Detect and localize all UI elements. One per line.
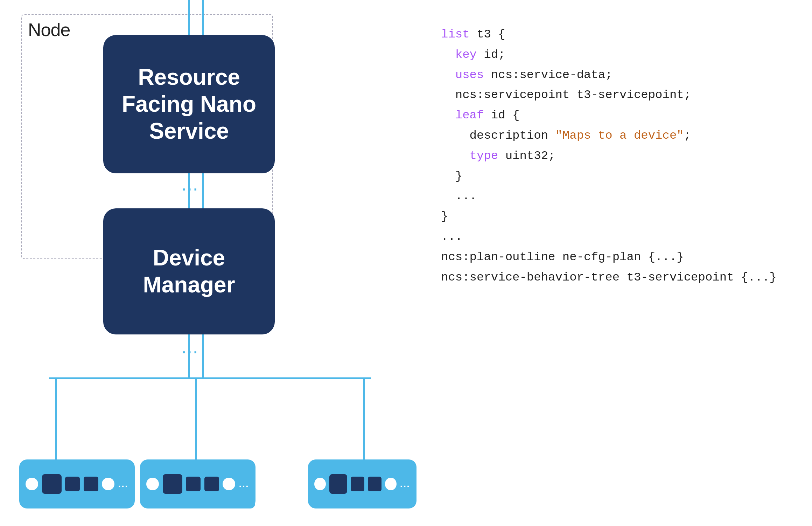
- dm-box: DeviceManager: [103, 208, 275, 334]
- rfns-label: ResourceFacing NanoService: [122, 64, 256, 144]
- code-line-10: }: [441, 207, 798, 227]
- device-square-sm: [351, 477, 364, 491]
- device-dot: [26, 478, 38, 490]
- code-line-5: leaf id {: [441, 105, 798, 126]
- device-square-sm: [368, 477, 382, 491]
- device-dot: [102, 478, 114, 490]
- device-3: ...: [140, 459, 255, 508]
- code-line-12: ncs:plan-outline ne-cfg-plan {...}: [441, 247, 798, 268]
- device-square-sm: [65, 477, 80, 491]
- device-4: ...: [308, 459, 416, 508]
- device-1: ...: [19, 459, 135, 508]
- device-square: [329, 474, 347, 494]
- device-dot: [146, 478, 159, 490]
- node-label: Node: [28, 19, 70, 40]
- device-dot: [223, 478, 235, 490]
- code-line-9: ...: [441, 186, 798, 207]
- code-line-13: ncs:service-behavior-tree t3-servicepoin…: [441, 268, 798, 288]
- rfns-box: ResourceFacing NanoService: [103, 35, 275, 173]
- dots-below: ...: [182, 341, 200, 357]
- device-square: [163, 474, 182, 494]
- device-ellipsis: ...: [118, 478, 128, 490]
- code-line-11: ...: [441, 227, 798, 247]
- code-line-6: description "Maps to a device";: [441, 126, 798, 146]
- dots-between: ...: [182, 179, 200, 194]
- diagram-area: Node ResourceFacing NanoService ... Devi…: [0, 0, 406, 526]
- device-ellipsis: ...: [239, 478, 249, 490]
- device-square-sm: [186, 477, 201, 491]
- device-square-sm: [84, 477, 98, 491]
- device-dot: [385, 478, 397, 490]
- device-square: [42, 474, 62, 494]
- code-line-3: uses ncs:service-data;: [441, 65, 798, 85]
- code-line-4: ncs:servicepoint t3-servicepoint;: [441, 85, 798, 105]
- device-ellipsis: ...: [400, 478, 410, 490]
- code-panel: list t3 { key id; uses ncs:service-data;…: [427, 14, 812, 298]
- dm-label: DeviceManager: [143, 244, 235, 298]
- device-dot: [314, 478, 326, 490]
- code-line-1: list t3 {: [441, 25, 798, 45]
- code-line-8: }: [441, 166, 798, 187]
- code-line-7: type uint32;: [441, 146, 798, 166]
- code-line-2: key id;: [441, 45, 798, 65]
- device-square-sm: [204, 477, 219, 491]
